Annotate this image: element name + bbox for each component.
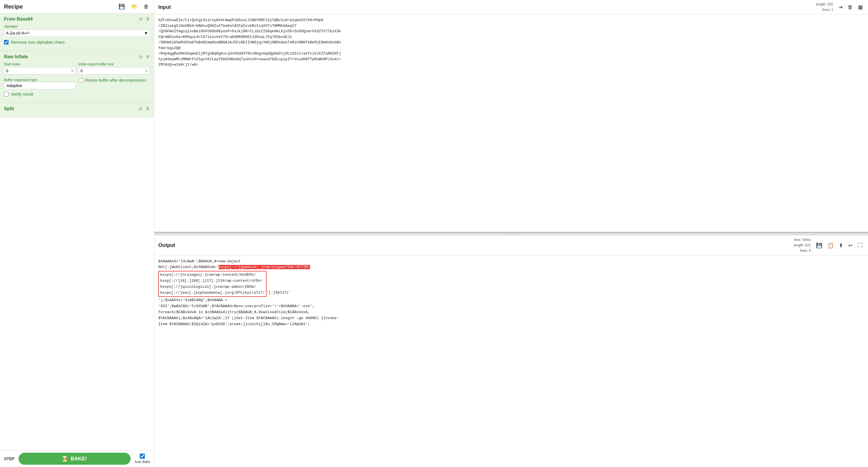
output-content[interactable]: $XAAAAxG='I4cAwA';$BAAUA_A=new-object Ne… <box>154 256 868 467</box>
buffer-expansion-row: Buffer expansion type Adaptive Resize bu… <box>4 77 150 89</box>
remove-nonalpha-row: Remove non-alphabet chars <box>4 40 150 44</box>
bake-icon: 👨‍🍳 <box>62 456 68 462</box>
verify-result-row: Verify result <box>4 92 150 97</box>
raw-inflate-header: Raw Inflate ⊘ ⏸ <box>4 54 150 59</box>
remove-nonalpha-label: Remove non-alphabet chars <box>11 40 65 44</box>
left-panel: Recipe 💾 📁 🗑 From Base64 ⊘ ⏸ Alphabet A-… <box>0 0 154 467</box>
output-share-button[interactable]: ⬆ <box>838 242 844 249</box>
initial-buffer-stepper-icon[interactable]: ⇅ <box>145 69 148 73</box>
input-clear-button[interactable]: 🗑 <box>846 4 854 11</box>
alphabet-field-group: Alphabet A-Za-z0-9+/= ▼ <box>4 25 150 37</box>
recipe-header-icons: 💾 📁 🗑 <box>117 3 150 10</box>
from-base64-controls: ⊘ ⏸ <box>139 16 150 22</box>
split-title: Split <box>4 106 14 111</box>
output-length-label: length: <box>794 243 805 247</box>
input-title: Input <box>158 4 816 10</box>
save-recipe-button[interactable]: 💾 <box>117 3 126 10</box>
from-base64-header: From Base64 ⊘ ⏸ <box>4 16 150 22</box>
output-url-box: hxxps[://]nralegal[.]com/wp-content/HcOE… <box>158 271 267 297</box>
output-time-value: 54ms <box>803 238 811 242</box>
from-base64-title: From Base64 <box>4 16 33 22</box>
verify-result-checkbox[interactable] <box>4 92 8 97</box>
alphabet-select[interactable]: A-Za-z0-9+/= ▼ <box>4 29 150 37</box>
initial-buffer-input[interactable] <box>81 68 146 73</box>
auto-bake-checkbox[interactable] <box>140 454 145 459</box>
input-content[interactable]: XZFvb5swEIe/Ci+QnCgLHi1royKkHrAwpP1DGxuL… <box>154 14 868 232</box>
start-index-input[interactable] <box>6 68 71 73</box>
input-length-label: length: <box>816 2 828 6</box>
auto-bake-label: Auto Bake <box>134 460 150 464</box>
resize-buffer-group: Resize buffer after decompression <box>79 77 150 82</box>
output-lines-value: 6 <box>809 248 811 253</box>
output-undo-button[interactable]: ↩ <box>847 242 854 249</box>
raw-inflate-pause-button[interactable]: ⏸ <box>146 54 150 59</box>
input-layout-button[interactable]: ▦ <box>857 3 864 11</box>
bake-button[interactable]: 👨‍🍳 BAKE! <box>19 453 131 465</box>
buffer-expansion-select[interactable]: Adaptive <box>4 82 76 89</box>
inflate-fields-row: Start index ⇅ Initial output buffer size… <box>4 62 150 74</box>
split-header: Split ⊘ ⏸ <box>4 106 150 111</box>
input-lines-value: 1 <box>831 8 833 12</box>
output-meta: time: 54ms length: 621 lines: 6 <box>794 237 811 254</box>
start-index-input-wrapper: ⇅ <box>4 67 76 74</box>
open-folder-button[interactable]: 📁 <box>130 3 138 10</box>
delete-recipe-button[interactable]: 🗑 <box>143 3 150 10</box>
recipe-scroll-area: From Base64 ⊘ ⏸ Alphabet A-Za-z0-9+/= ▼ … <box>0 13 154 467</box>
io-divider[interactable]: · · · · · <box>154 233 868 235</box>
from-base64-disable-button[interactable]: ⊘ <box>139 16 143 22</box>
input-meta: length: 552 lines: 1 <box>816 2 833 12</box>
input-lines-label: lines: <box>822 8 831 12</box>
split-pause-button[interactable]: ⏸ <box>146 106 150 111</box>
resize-buffer-checkbox[interactable] <box>79 78 83 82</box>
initial-buffer-input-wrapper: ⇅ <box>79 67 150 74</box>
step-label: STEP <box>4 457 14 461</box>
output-title: Output <box>158 242 794 248</box>
input-load-button[interactable]: ⇥ <box>837 3 844 11</box>
initial-buffer-label: Initial output buffer size <box>79 62 150 66</box>
input-length-value: 552 <box>828 2 833 6</box>
raw-inflate-card: Raw Inflate ⊘ ⏸ Start index ⇅ Initial ou… <box>0 51 154 103</box>
alphabet-label: Alphabet <box>4 25 150 29</box>
buffer-expansion-value: Adaptive <box>7 84 22 88</box>
remove-nonalpha-checkbox[interactable] <box>4 40 8 44</box>
split-controls: ⊘ ⏸ <box>139 106 150 111</box>
start-index-group: Start index ⇅ <box>4 62 76 74</box>
verify-result-label: Verify result <box>11 92 33 97</box>
raw-inflate-disable-button[interactable]: ⊘ <box>139 54 143 59</box>
bake-label: BAKE! <box>70 456 87 462</box>
recipe-title: Recipe <box>4 3 117 10</box>
output-lines-label: lines: <box>800 248 809 253</box>
input-header: Input length: 552 lines: 1 ⇥ 🗑 ▦ <box>154 0 868 14</box>
bottom-bar: STEP 👨‍🍳 BAKE! Auto Bake <box>0 450 154 467</box>
start-index-label: Start index <box>4 62 76 66</box>
input-icons: ⇥ 🗑 ▦ <box>837 3 864 11</box>
output-icons: 💾 📋 ⬆ ↩ ⛶ <box>815 242 864 249</box>
output-copy-button[interactable]: 📋 <box>826 242 835 249</box>
raw-inflate-title: Raw Inflate <box>4 54 28 59</box>
split-card: Split ⊘ ⏸ <box>0 103 154 117</box>
buffer-expansion-label: Buffer expansion type <box>4 78 37 82</box>
output-highlight-inline: hxxps[://]gamesuk[.]com/nlapwof34k/6Cf2M… <box>219 265 310 269</box>
right-panel: Input length: 552 lines: 1 ⇥ 🗑 ▦ XZFvb5s… <box>154 0 868 467</box>
output-section: Output time: 54ms length: 621 lines: 6 💾… <box>154 235 868 467</box>
input-section: Input length: 552 lines: 1 ⇥ 🗑 ▦ XZFvb5s… <box>154 0 868 233</box>
alphabet-dropdown-icon: ▼ <box>144 31 148 35</box>
output-expand-button[interactable]: ⛶ <box>857 242 864 249</box>
from-base64-card: From Base64 ⊘ ⏸ Alphabet A-Za-z0-9+/= ▼ … <box>0 13 154 51</box>
initial-buffer-group: Initial output buffer size ⇅ <box>79 62 150 74</box>
from-base64-pause-button[interactable]: ⏸ <box>146 16 150 22</box>
output-time-label: time: <box>794 238 802 242</box>
split-disable-button[interactable]: ⊘ <box>139 106 143 111</box>
start-index-stepper-icon[interactable]: ⇅ <box>71 69 74 73</box>
output-save-button[interactable]: 💾 <box>815 242 824 249</box>
output-header: Output time: 54ms length: 621 lines: 6 💾… <box>154 235 868 256</box>
resize-buffer-label: Resize buffer after decompression <box>86 78 146 82</box>
raw-inflate-controls: ⊘ ⏸ <box>139 54 150 59</box>
alphabet-value: A-Za-z0-9+/= <box>6 31 29 35</box>
recipe-header: Recipe 💾 📁 🗑 <box>0 0 154 13</box>
output-length-value: 621 <box>805 243 811 247</box>
buffer-expansion-group: Buffer expansion type Adaptive <box>4 77 76 89</box>
auto-bake-area[interactable]: Auto Bake <box>134 454 150 464</box>
